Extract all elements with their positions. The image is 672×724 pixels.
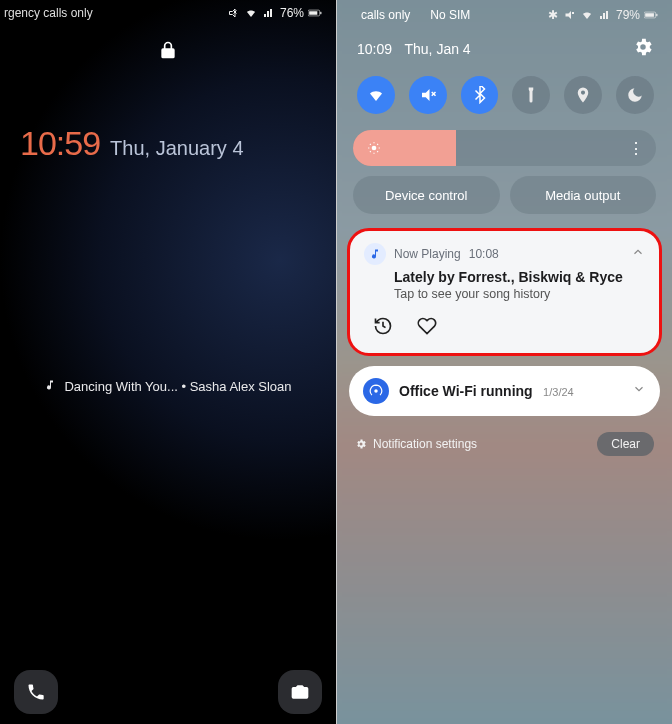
mute-icon (562, 9, 576, 21)
shade-header: 10:09 Thu, Jan 4 (337, 22, 672, 72)
clock-date: Thu, January 4 (110, 137, 243, 160)
qs-flashlight[interactable] (512, 76, 550, 114)
network-status-text: rgency calls only (4, 6, 93, 20)
notification-title: Lately by Forrest., Biskwiq & Ryce (394, 269, 645, 285)
quick-settings-row (337, 72, 672, 124)
chevron-down-icon[interactable] (632, 382, 646, 400)
svg-point-6 (372, 146, 377, 151)
signal-icon (262, 7, 276, 19)
signal-icon (598, 9, 612, 21)
mute-icon (226, 7, 240, 19)
now-playing-notification[interactable]: Now Playing 10:08 Lately by Forrest., Bi… (347, 228, 662, 356)
svg-rect-2 (320, 12, 321, 14)
clock-row: 10:59 Thu, January 4 (0, 66, 336, 163)
battery-percent: 76% (280, 6, 304, 20)
notification-date: 1/3/24 (543, 386, 574, 398)
network-status-text: calls only (361, 8, 410, 22)
shade-date: Thu, Jan 4 (405, 41, 471, 57)
clock-time: 10:59 (20, 124, 100, 163)
music-note-icon (364, 243, 386, 265)
sim-status-text: No SIM (430, 8, 470, 22)
wifi-icon (580, 9, 594, 21)
notification-app-name: Now Playing (394, 247, 461, 261)
lockscreen-now-playing[interactable]: Dancing With You... • Sasha Alex Sloan (0, 379, 336, 394)
lock-icon (0, 38, 336, 66)
wifi-icon (244, 7, 258, 19)
wifi-notification[interactable]: Office Wi-Fi running 1/3/24 (349, 366, 660, 416)
clear-button[interactable]: Clear (597, 432, 654, 456)
wifi-app-icon (363, 378, 389, 404)
svg-point-7 (374, 389, 378, 393)
notification-subtitle: Tap to see your song history (394, 287, 645, 301)
now-playing-text: Dancing With You... • Sasha Alex Sloan (64, 379, 291, 394)
battery-icon (644, 9, 658, 21)
qs-location[interactable] (564, 76, 602, 114)
notification-time: 10:08 (469, 247, 499, 261)
svg-rect-5 (656, 14, 657, 16)
svg-rect-1 (309, 11, 317, 15)
svg-rect-4 (645, 13, 654, 17)
qs-dnd[interactable] (616, 76, 654, 114)
battery-percent: 79% (616, 8, 640, 22)
lock-screen: rgency calls only 76% 10:59 Thu, January… (0, 0, 336, 724)
heart-icon[interactable] (414, 313, 440, 339)
qs-wifi[interactable] (357, 76, 395, 114)
media-output-button[interactable]: Media output (510, 176, 657, 214)
notification-shade: calls only No SIM ✱ 79% 10:09 Thu, Jan 4 (336, 0, 672, 724)
settings-gear-icon[interactable] (632, 36, 654, 62)
history-icon[interactable] (370, 313, 396, 339)
brightness-slider[interactable]: ⋮ (353, 130, 656, 166)
qs-bluetooth[interactable] (461, 76, 499, 114)
bluetooth-icon: ✱ (548, 8, 558, 22)
brightness-menu-icon[interactable]: ⋮ (628, 139, 642, 158)
qs-sound-mute[interactable] (409, 76, 447, 114)
battery-icon (308, 7, 322, 19)
sun-icon (367, 141, 381, 155)
music-note-icon (44, 379, 56, 394)
phone-shortcut[interactable] (14, 670, 58, 714)
device-control-button[interactable]: Device control (353, 176, 500, 214)
chevron-up-icon[interactable] (631, 245, 645, 263)
gear-icon (355, 438, 367, 450)
shade-time: 10:09 (357, 41, 392, 57)
camera-shortcut[interactable] (278, 670, 322, 714)
status-bar: rgency calls only 76% (0, 0, 336, 20)
status-bar: calls only No SIM ✱ 79% (337, 0, 672, 22)
notification-title: Office Wi-Fi running (399, 383, 533, 399)
notification-settings-link[interactable]: Notification settings (355, 437, 477, 451)
